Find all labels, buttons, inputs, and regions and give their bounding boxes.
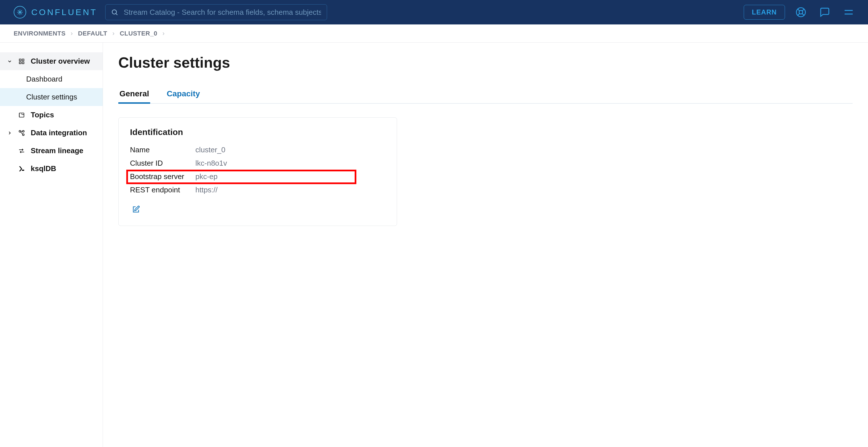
- brand-logo[interactable]: CONFLUENT: [14, 6, 97, 19]
- hamburger-icon: [843, 7, 854, 18]
- chevron-right-icon: ›: [71, 30, 73, 37]
- ksqldb-icon: [18, 165, 26, 172]
- kv-key: Cluster ID: [130, 159, 195, 168]
- svg-rect-17: [22, 62, 24, 63]
- breadcrumb-item[interactable]: CLUSTER_0: [120, 30, 157, 37]
- kv-value: cluster_0: [195, 145, 225, 154]
- sidebar-item-ksqldb[interactable]: ksqlDB: [0, 160, 103, 178]
- kv-row-name: Name cluster_0: [130, 143, 385, 157]
- sidebar-item-data-integration[interactable]: Data integration: [0, 124, 103, 142]
- sidebar-item-label: ksqlDB: [31, 164, 56, 173]
- kv-key: REST endpoint: [130, 185, 195, 194]
- chevron-right-icon: ›: [112, 30, 115, 37]
- sidebar-item-dashboard[interactable]: Dashboard: [0, 70, 103, 88]
- svg-line-5: [116, 14, 118, 15]
- data-integration-icon: [18, 130, 26, 136]
- top-navbar: CONFLUENT LEARN: [0, 0, 868, 25]
- kv-value: lkc-n8o1v: [195, 159, 227, 168]
- identification-card: Identification Name cluster_0 Cluster ID…: [118, 117, 397, 226]
- chat-icon: [819, 7, 830, 18]
- stream-lineage-icon: [18, 147, 26, 154]
- sidebar-item-label: Stream lineage: [31, 146, 83, 155]
- tab-general[interactable]: General: [118, 89, 150, 104]
- svg-rect-14: [19, 59, 21, 61]
- sidebar-item-cluster-settings[interactable]: Cluster settings: [0, 88, 103, 106]
- search-input[interactable]: [105, 4, 327, 20]
- kv-value: pkc-ep: [195, 172, 218, 181]
- main-content: Cluster settings General Capacity Identi…: [103, 43, 868, 447]
- sidebar-item-label: Cluster overview: [31, 57, 90, 66]
- topics-icon: [18, 112, 26, 118]
- svg-line-11: [798, 13, 800, 15]
- sidebar: Cluster overview Dashboard Cluster setti…: [0, 43, 103, 447]
- svg-line-9: [802, 13, 804, 15]
- svg-point-7: [799, 10, 803, 14]
- search-wrap: [105, 4, 327, 20]
- breadcrumb-item[interactable]: DEFAULT: [78, 30, 107, 37]
- kv-row-bootstrap-server: Bootstrap server pkc-ep: [130, 170, 385, 183]
- sidebar-item-label: Topics: [31, 110, 54, 119]
- svg-point-4: [112, 10, 116, 14]
- sidebar-item-cluster-overview[interactable]: Cluster overview: [0, 52, 103, 70]
- sidebar-item-topics[interactable]: Topics: [0, 106, 103, 124]
- sidebar-item-label: Dashboard: [26, 75, 62, 83]
- chevron-down-icon: [7, 59, 12, 64]
- kv-row-cluster-id: Cluster ID lkc-n8o1v: [130, 157, 385, 170]
- grid-icon: [18, 58, 26, 65]
- breadcrumb: ENVIRONMENTS › DEFAULT › CLUSTER_0 ›: [0, 25, 868, 43]
- kv-key: Name: [130, 145, 195, 154]
- sidebar-item-label: Data integration: [31, 129, 87, 137]
- kv-value: https://: [195, 185, 218, 194]
- svg-rect-16: [19, 62, 21, 63]
- learn-button[interactable]: LEARN: [744, 5, 785, 20]
- confluent-logo-icon: [14, 6, 26, 19]
- svg-point-22: [23, 131, 24, 132]
- tab-capacity[interactable]: Capacity: [165, 89, 201, 104]
- svg-rect-15: [22, 59, 24, 61]
- chevron-right-icon: ›: [162, 30, 165, 37]
- brand-name: CONFLUENT: [31, 7, 97, 17]
- lifebuoy-icon: [796, 7, 806, 18]
- chevron-right-icon: [7, 131, 12, 136]
- sidebar-item-stream-lineage[interactable]: Stream lineage: [0, 142, 103, 160]
- page-title: Cluster settings: [118, 54, 852, 71]
- kv-row-rest-endpoint: REST endpoint https://: [130, 183, 385, 197]
- svg-line-8: [798, 9, 800, 11]
- support-button[interactable]: [793, 4, 809, 20]
- identification-heading: Identification: [130, 127, 385, 137]
- kv-key: Bootstrap server: [130, 172, 195, 181]
- menu-button[interactable]: [841, 4, 857, 20]
- svg-line-10: [802, 9, 804, 11]
- breadcrumb-item[interactable]: ENVIRONMENTS: [14, 30, 66, 37]
- edit-icon: [132, 205, 140, 213]
- feedback-button[interactable]: [817, 4, 833, 20]
- sidebar-item-label: Cluster settings: [26, 93, 77, 101]
- tabs: General Capacity: [118, 89, 852, 104]
- edit-button[interactable]: [130, 203, 142, 215]
- svg-rect-18: [19, 113, 24, 117]
- search-icon: [111, 8, 118, 16]
